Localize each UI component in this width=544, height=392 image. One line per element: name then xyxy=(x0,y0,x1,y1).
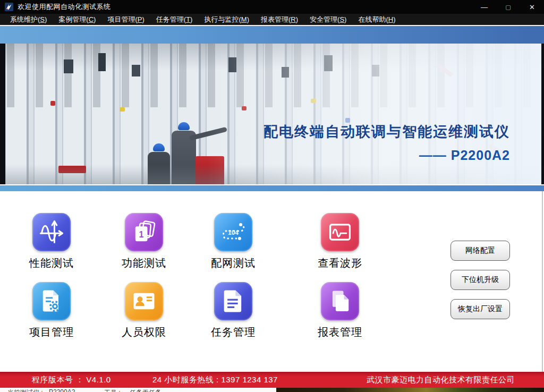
header-accent-band xyxy=(0,25,544,44)
status-device-model: P2200A2 xyxy=(49,388,75,392)
menu-project-management[interactable]: 项目管理(P) xyxy=(101,14,150,25)
pink-banner-chip xyxy=(436,63,453,77)
company-name: 武汉市豪迈电力自动化技术有限责任公司 xyxy=(367,372,515,388)
maximize-button[interactable]: ▢ xyxy=(496,0,520,14)
red-cabinet-chip xyxy=(58,166,86,173)
program-version: 程序版本号 ： V4.1.0 xyxy=(32,372,111,388)
status-worker-label: 工号 : xyxy=(104,388,121,392)
launcher-label: 配网测试 xyxy=(208,256,259,270)
title-bar: 欢迎使用配网自动化测试系统 — ▢ ✕ xyxy=(0,0,544,14)
launcher-project-management[interactable]: 项目管理 xyxy=(26,282,77,339)
factory-reset-button[interactable]: 恢复出厂设置 xyxy=(450,299,510,319)
launcher-label: 报表管理 xyxy=(314,325,366,339)
status-task-label: 任务无任务 xyxy=(130,388,162,392)
cabinet-chip xyxy=(372,65,379,76)
sine-wave-icon xyxy=(32,213,71,251)
banner-left-edge xyxy=(0,44,5,184)
launcher-task-management[interactable]: 任务管理 xyxy=(208,282,259,339)
menu-execution-monitoring[interactable]: 执行与监控(M) xyxy=(198,14,255,25)
cabinet-chip xyxy=(64,59,73,73)
window-controls: — ▢ ✕ xyxy=(472,0,544,14)
red-indicator-chip xyxy=(50,101,55,106)
launcher-label: 人员权限 xyxy=(118,325,169,339)
menu-report-management[interactable]: 报表管理(R) xyxy=(255,14,304,25)
firmware-upgrade-button[interactable]: 下位机升级 xyxy=(450,270,510,290)
service-hotline: 24 小时服务热线 : 1397 1234 137 xyxy=(152,372,278,388)
menu-case-management[interactable]: 案例管理(C) xyxy=(53,14,101,25)
svg-text:1: 1 xyxy=(139,229,144,239)
launcher-label: 项目管理 xyxy=(26,325,77,339)
copy-documents-icon xyxy=(321,282,359,320)
banner-right-edge xyxy=(541,44,544,184)
protocol-104-icon: 104 xyxy=(214,213,252,251)
menu-online-help[interactable]: 在线帮助(H) xyxy=(352,14,401,25)
close-button[interactable]: ✕ xyxy=(520,0,544,14)
banner-product-title: 配电终端自动联调与智能运维测试仪 xyxy=(264,122,510,141)
document-lines-icon xyxy=(214,282,252,320)
red-equipment-box xyxy=(196,156,224,184)
cabinet-chip xyxy=(98,53,106,71)
cabinet-chip xyxy=(282,67,289,78)
network-config-button[interactable]: 网络配置 xyxy=(450,241,510,261)
yellow-label-chip xyxy=(120,107,125,112)
cabinet-chip xyxy=(132,65,140,76)
banner-bottom-accent xyxy=(0,184,544,191)
launcher-label: 任务管理 xyxy=(208,325,259,339)
status-strip: 当前测试仪 : P2200A2 工号 : 任务无任务 xyxy=(0,388,276,392)
launcher-label: 性能测试 xyxy=(26,256,77,270)
cabinet-chip xyxy=(228,57,236,72)
red-indicator-chip xyxy=(242,106,246,110)
launcher-distribution-network-test[interactable]: 104 配网测试 xyxy=(208,213,259,270)
banner-model-number: —— P2200A2 xyxy=(419,148,510,163)
main-content: 性能测试 1 功能测试 104 配网测试 xyxy=(0,191,544,372)
cabinet-chip xyxy=(324,55,333,71)
document-gear-icon xyxy=(32,282,71,320)
id-card-icon xyxy=(125,282,163,320)
launcher-label: 功能测试 xyxy=(118,256,169,270)
footer-bar: 程序版本号 ： V4.1.0 24 小时服务热线 : 1397 1234 137… xyxy=(0,372,544,388)
menu-bar: 系统维护(S) 案例管理(C) 项目管理(P) 任务管理(T) 执行与监控(M)… xyxy=(0,14,544,25)
window-title: 欢迎使用配网自动化测试系统 xyxy=(18,2,111,12)
menu-task-management[interactable]: 任务管理(T) xyxy=(150,14,199,25)
menu-security-management[interactable]: 安全管理(S) xyxy=(304,14,352,25)
banner-photo: 配电终端自动联调与智能运维测试仪 —— P2200A2 xyxy=(0,44,544,184)
oscilloscope-icon xyxy=(321,213,359,251)
launcher-performance-test[interactable]: 性能测试 xyxy=(26,213,77,270)
status-device-label: 当前测试仪 : xyxy=(7,388,43,392)
svg-text:104: 104 xyxy=(228,229,239,236)
worker-figure xyxy=(148,143,170,184)
launcher-report-management[interactable]: 报表管理 xyxy=(314,282,366,339)
launcher-label: 查看波形 xyxy=(314,256,366,270)
menu-system-maintenance[interactable]: 系统维护(S) xyxy=(4,14,53,25)
yellow-label-chip xyxy=(311,99,316,103)
launcher-function-test[interactable]: 1 功能测试 xyxy=(118,213,169,270)
minimize-button[interactable]: — xyxy=(472,0,496,14)
worker-figure-pointing xyxy=(172,122,196,184)
desktop-background-sliver xyxy=(276,388,544,392)
application-window: 欢迎使用配网自动化测试系统 — ▢ ✕ 系统维护(S) 案例管理(C) 项目管理… xyxy=(0,0,544,392)
window-right-border xyxy=(542,191,543,372)
stacked-cards-icon: 1 xyxy=(125,213,163,251)
launcher-view-waveform[interactable]: 查看波形 xyxy=(314,213,366,270)
app-logo-icon xyxy=(5,3,13,11)
launcher-personnel-permissions[interactable]: 人员权限 xyxy=(118,282,169,339)
